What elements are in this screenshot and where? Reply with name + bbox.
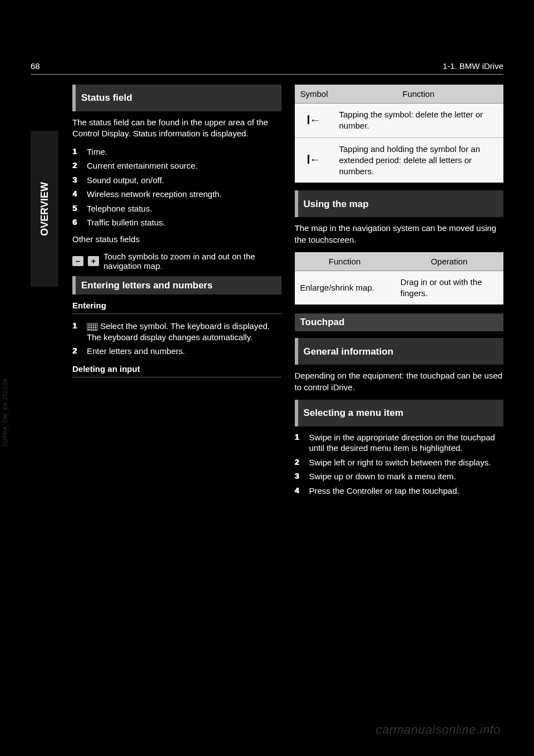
source-note: SUPRA_OM_EK 2022.06 xyxy=(2,378,8,446)
zoom-text: Touch symbols to zoom in and out on the … xyxy=(103,252,281,271)
th-function2: Function xyxy=(295,252,395,271)
list-item: 5Telephone status. xyxy=(72,203,281,214)
page-number: 68 xyxy=(31,61,40,71)
status-item-6: Traffic bulletin status. xyxy=(87,218,165,227)
list-item: 1Swipe in the appropriate direction on t… xyxy=(295,432,504,454)
sub-entering: Entering xyxy=(72,300,281,314)
status-item-2: Current entertainment source. xyxy=(87,161,197,170)
plus-icon: + xyxy=(88,256,99,266)
symbol-function-table: Symbol Function ← Tapping the symbol: de… xyxy=(295,85,504,183)
status-item-4: Wireless network reception strength. xyxy=(87,189,222,199)
list-item: 2Current entertainment source. xyxy=(72,160,281,171)
list-item: 3Sound output, on/off. xyxy=(72,175,281,186)
func-cell: Tapping the symbol: delete the letter or… xyxy=(334,104,503,138)
section-select-menu: Selecting a menu item xyxy=(295,400,504,426)
func-cell2: Enlarge/shrink map. xyxy=(295,271,395,305)
th-function: Function xyxy=(334,85,503,104)
table-row: ← Tapping the symbol: delete the letter … xyxy=(295,104,504,138)
list-item: 2Swipe left or right to switch between t… xyxy=(295,457,504,468)
side-tab-overview: OVERVIEW xyxy=(31,131,58,287)
menu-step-1: Swipe in the appropriate direction on th… xyxy=(309,433,495,453)
status-item-1: Time. xyxy=(87,147,107,156)
status-list: 1Time. 2Current entertainment source. 3S… xyxy=(72,146,281,228)
section-entering-letters: Entering letters and numbers xyxy=(72,276,281,294)
minus-icon: – xyxy=(72,256,83,266)
keyboard-icon xyxy=(87,323,98,331)
backspace-icon-cell: ← xyxy=(295,104,334,138)
section-using-map: Using the map xyxy=(295,190,504,217)
th-operation: Operation xyxy=(395,252,503,271)
op-cell: Drag in or out with the fingers. xyxy=(395,271,503,305)
list-item: 6Traffic bulletin status. xyxy=(72,217,281,228)
list-item: 4Wireless network reception strength. xyxy=(72,189,281,200)
th-symbol: Symbol xyxy=(295,85,334,104)
list-item: 1 Select the symbol. The keyboard is dis… xyxy=(72,321,281,342)
backspace-icon: ← xyxy=(308,114,321,125)
table-row: Enlarge/shrink map. Drag in or out with … xyxy=(295,271,504,305)
left-column: Status field The status field can be fou… xyxy=(72,85,281,502)
watermark: carmanualsonline.info xyxy=(375,723,501,737)
list-item: 2 Enter letters and numbers. xyxy=(72,346,281,357)
menu-step-3: Swipe up or down to mark a menu item. xyxy=(309,472,456,481)
page-header: 68 1-1. BMW iDrive xyxy=(31,61,503,75)
list-item: 3Swipe up or down to mark a menu item. xyxy=(295,471,504,482)
entering-step-2: Enter letters and numbers. xyxy=(87,346,185,356)
backspace-icon: ← xyxy=(308,154,321,165)
sub-deleting: Deleting an input xyxy=(72,364,281,377)
zoom-symbols-row: – + Touch symbols to zoom in and out on … xyxy=(72,252,281,271)
entering-step-1: Select the symbol. The keyboard is displ… xyxy=(87,321,270,342)
function-operation-table: Function Operation Enlarge/shrink map. D… xyxy=(295,252,504,305)
using-map-text: The map in the navigation system can be … xyxy=(295,223,504,246)
menu-step-2: Swipe left or right to switch between th… xyxy=(309,458,491,467)
func-cell: Tapping and holding the symbol for an ex… xyxy=(334,138,503,183)
right-column: Symbol Function ← Tapping the symbol: de… xyxy=(295,85,504,502)
status-field-text: The status field can be found in the upp… xyxy=(72,117,281,140)
section-general-info: General information xyxy=(295,338,504,365)
side-tab-label: OVERVIEW xyxy=(39,182,51,236)
section-status-field: Status field xyxy=(72,85,281,111)
menu-steps: 1Swipe in the appropriate direction on t… xyxy=(295,432,504,497)
table-row: ← Tapping and holding the symbol for an … xyxy=(295,138,504,183)
backspace-icon-cell: ← xyxy=(295,138,334,183)
sub-touchpad: Touchpad xyxy=(295,313,504,331)
entering-steps: 1 Select the symbol. The keyboard is dis… xyxy=(72,321,281,357)
status-item-3: Sound output, on/off. xyxy=(87,175,164,185)
menu-step-4: Press the Controller or tap the touchpad… xyxy=(309,486,459,495)
list-item: 1Time. xyxy=(72,146,281,158)
list-item: 4Press the Controller or tap the touchpa… xyxy=(295,485,504,497)
other-status-fields: Other status fields xyxy=(72,234,281,245)
chapter-title: 1-1. BMW iDrive xyxy=(443,61,503,71)
general-info-text: Depending on the equipment: the touchpad… xyxy=(295,370,504,393)
status-item-5: Telephone status. xyxy=(87,204,152,213)
